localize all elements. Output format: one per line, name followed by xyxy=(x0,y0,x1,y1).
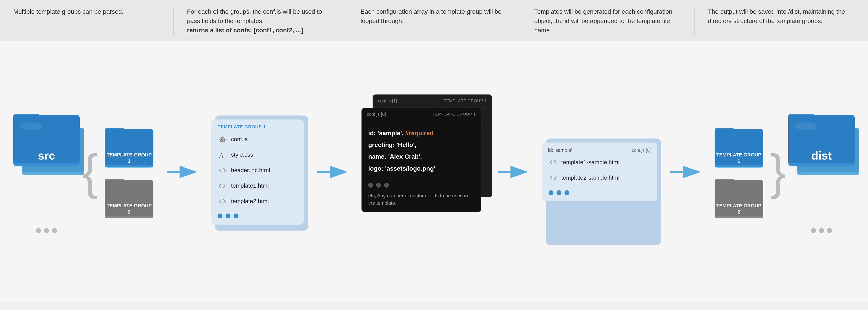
template-group-2-folder: TEMPLATE GROUP 2 xyxy=(105,176,153,218)
arrow-3 xyxy=(495,165,531,179)
dist-dot-3 xyxy=(827,228,832,233)
output-dot-3 xyxy=(564,190,569,195)
code-icon-2 xyxy=(218,181,227,190)
src-template-groups: TEMPLATE GROUP 1 TEMPLATE GROUP 2 xyxy=(105,125,153,218)
top-bar-item-4: Templates will be generated for each con… xyxy=(521,7,694,35)
file-item-template1: template1.html xyxy=(215,178,300,194)
tg1-label: TEMPLATE GROUP 1 xyxy=(105,152,153,164)
output-code-icon-2 xyxy=(549,173,558,182)
output-file-1-label: template1-sample.html xyxy=(561,159,620,166)
src-folder-main: src xyxy=(13,111,80,167)
src-dot-3 xyxy=(52,228,57,233)
conf-front-tag: TEMPLATE GROUP 1 xyxy=(433,112,476,117)
dist-dots xyxy=(811,221,832,233)
dist-tg1-label: TEMPLATE GROUP 1 xyxy=(715,152,763,164)
dist-folder-wrapper: dist xyxy=(788,111,855,217)
code-icon-3 xyxy=(218,197,227,206)
arrow-4 xyxy=(668,165,704,179)
dist-dot-2 xyxy=(819,228,824,233)
file-item-template2: template2.html xyxy=(215,194,300,209)
template2-label: template2.html xyxy=(231,198,269,205)
diagram-area: src { TEMPLATE GROUP 1 xyxy=(0,41,868,303)
code-icon-1 xyxy=(218,166,227,175)
file-card-dots xyxy=(211,209,304,218)
arrow-4-svg xyxy=(668,165,704,179)
output-front-conf: conf.js [0] xyxy=(632,148,651,153)
output-code-icon-1 xyxy=(549,158,558,167)
output-card-front: id: 'sample' conf.js [0] template1-sampl… xyxy=(542,143,657,202)
src-dot-2 xyxy=(44,228,49,233)
dist-label: dist xyxy=(788,149,855,162)
output-file-1: template1-sample.html xyxy=(546,154,653,170)
dist-tg2-label: TEMPLATE GROUP 2 xyxy=(715,203,763,215)
arrow-2 xyxy=(315,165,350,179)
conf-back-topbar: conf.js [1] TEMPLATE GROUP 1 xyxy=(373,94,492,108)
conf-line-2: greeting: 'Hello', xyxy=(368,139,474,151)
dot-1 xyxy=(218,214,222,218)
output-dot-2 xyxy=(557,190,561,195)
dist-template-groups: TEMPLATE GROUP 1 TEMPLATE GROUP 2 xyxy=(715,125,763,218)
top-bar-item-1: Multiple template groups can be parsed. xyxy=(0,7,174,35)
dot-2 xyxy=(225,214,230,218)
conf-front-topbar: conf.js [0] TEMPLATE GROUP 1 xyxy=(362,108,481,121)
arrow-3-svg xyxy=(495,165,531,179)
output-cards-wrapper: id: 'foo' conf.js [1] id: 'sample' conf.… xyxy=(542,143,657,202)
svg-point-6 xyxy=(20,122,42,130)
style-icon: A xyxy=(218,150,227,159)
src-folder-group: src xyxy=(13,111,80,233)
dist-tg2-folder: TEMPLATE GROUP 2 xyxy=(715,176,763,218)
template-group-1-folder: TEMPLATE GROUP 1 xyxy=(105,125,153,167)
top-bar: Multiple template groups can be parsed. … xyxy=(0,0,868,41)
file-item-stylecss: A style.css xyxy=(215,147,300,163)
dist-dot-1 xyxy=(811,228,816,233)
conf-front-filename: conf.js [0] xyxy=(367,112,386,117)
right-brace: } xyxy=(770,148,786,196)
output-dot-1 xyxy=(549,190,553,195)
dist-folder-main: dist xyxy=(788,111,855,167)
template1-label: template1.html xyxy=(231,182,269,189)
conf-footer: etc; Any number of custom fields to be u… xyxy=(362,190,481,212)
top-bar-item-5: The output will be saved into /dist, mai… xyxy=(695,7,868,35)
conf-line-4: logo: 'assets/logo.png' xyxy=(368,163,474,174)
conf-back-tag: TEMPLATE GROUP 1 xyxy=(444,99,487,103)
gear-icon xyxy=(218,135,227,144)
top-bar-item-2: For each of the groups, the conf.js will… xyxy=(174,7,347,35)
top-bar-text-5: The output will be saved into /dist, mai… xyxy=(708,8,845,24)
conf-card-front: conf.js [0] TEMPLATE GROUP 1 id: 'sample… xyxy=(362,108,481,212)
output-dots xyxy=(542,185,657,195)
top-bar-text-4: Templates will be generated for each con… xyxy=(534,8,672,34)
file-list: conf.js A style.css header.inc.html xyxy=(211,132,304,209)
top-bar-text-2: For each of the groups, the conf.js will… xyxy=(187,8,322,24)
conf-line-3: name: 'Alex Crab', xyxy=(368,151,474,162)
conf-dot-1 xyxy=(368,183,373,188)
output-front-id: id: 'sample' xyxy=(548,147,572,153)
top-bar-text-1: Multiple template groups can be parsed. xyxy=(13,8,124,15)
dot-3 xyxy=(234,214,239,218)
top-bar-item-3: Each configuration array in a template g… xyxy=(347,7,521,35)
svg-text:A: A xyxy=(219,152,223,159)
left-brace: { xyxy=(82,148,98,196)
confjs-label: conf.js xyxy=(231,136,247,143)
conf-dot-3 xyxy=(384,183,389,188)
svg-point-37 xyxy=(795,122,817,130)
file-card-inner-label: TEMPLATE GROUP 1 xyxy=(211,120,304,132)
arrow-1-svg xyxy=(164,165,200,179)
src-dot-1 xyxy=(36,228,41,233)
output-file-2-label: template2-sample.html xyxy=(561,174,620,181)
src-label: src xyxy=(13,149,80,162)
output-file-2: template2-sample.html xyxy=(546,170,653,185)
file-item-confjs: conf.js xyxy=(215,132,300,147)
header-inc-label: header.inc.html xyxy=(231,167,270,174)
conf-front-body: id: 'sample', //required greeting: 'Hell… xyxy=(362,121,481,181)
dist-tg1-folder: TEMPLATE GROUP 1 xyxy=(715,125,763,167)
file-item-header: header.inc.html xyxy=(215,163,300,178)
arrow-1 xyxy=(164,165,200,179)
conf-dots-row xyxy=(362,181,481,190)
tg2-label: TEMPLATE GROUP 2 xyxy=(105,203,153,215)
dist-folder-group: dist xyxy=(788,111,855,233)
output-front-header: id: 'sample' conf.js [0] xyxy=(542,143,657,154)
src-dots xyxy=(36,221,57,233)
top-bar-text-3: Each configuration array in a template g… xyxy=(361,8,502,24)
svg-point-17 xyxy=(221,138,223,140)
arrow-2-svg xyxy=(315,165,350,179)
